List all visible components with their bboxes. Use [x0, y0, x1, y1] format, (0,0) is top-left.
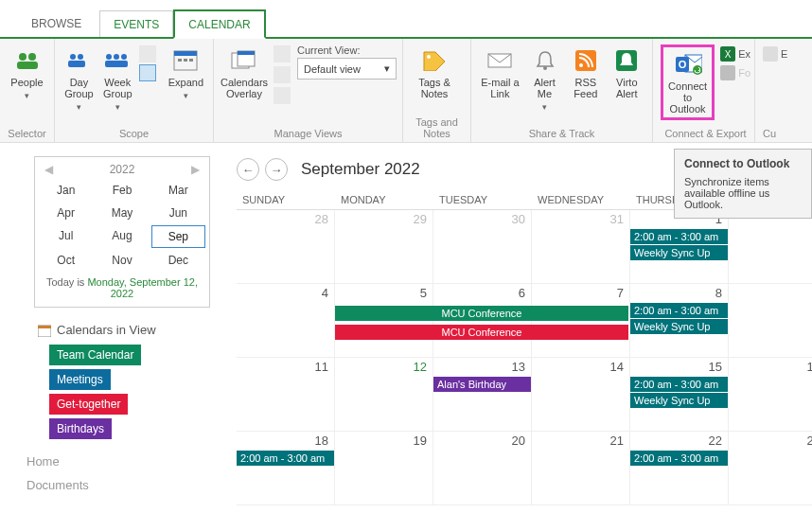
- scope-small-1[interactable]: [139, 45, 156, 62]
- calendar-cell[interactable]: 182:00 am - 3:00 am: [237, 432, 335, 505]
- calendar-cell[interactable]: 4: [237, 284, 335, 358]
- calendar-cell[interactable]: 152:00 am - 3:00 amWeekly Sync Up: [630, 358, 729, 432]
- tags-label: Tags & Notes: [413, 77, 456, 99]
- date-number: 15: [709, 360, 722, 374]
- event[interactable]: Weekly Sync Up: [630, 393, 728, 408]
- nav-documents[interactable]: Documents: [26, 478, 216, 492]
- alert-me-button[interactable]: Alert Me: [527, 44, 562, 115]
- calendar-chip[interactable]: Birthdays: [49, 418, 112, 439]
- mini-prev[interactable]: ◀: [44, 163, 53, 176]
- event[interactable]: Alan's Birthday: [433, 377, 531, 392]
- calendar-cell[interactable]: 28: [237, 210, 335, 284]
- current-view-select[interactable]: Default view ▾: [297, 58, 397, 80]
- overlay-icon: [230, 46, 258, 75]
- view-small-2[interactable]: [274, 66, 291, 83]
- week-group-button[interactable]: Week Group: [101, 44, 134, 115]
- scope-small-2[interactable]: [139, 64, 156, 81]
- tab-calendar[interactable]: CALENDAR: [173, 9, 265, 39]
- mini-month-sep[interactable]: Sep: [151, 225, 205, 248]
- date-number: 4: [322, 286, 328, 300]
- mini-month-nov[interactable]: Nov: [95, 250, 149, 271]
- calendar-cell[interactable]: 16: [729, 358, 812, 432]
- calendar-chip[interactable]: Team Calendar: [49, 345, 141, 365]
- email-link-button[interactable]: E-mail a Link: [479, 44, 521, 101]
- event[interactable]: Weekly Sync Up: [630, 319, 728, 334]
- event-span[interactable]: MCU Conference: [335, 306, 628, 321]
- calendar-cell[interactable]: 13Alan's Birthday: [433, 358, 532, 432]
- calendar-cell[interactable]: 222:00 am - 3:00 am: [630, 432, 729, 505]
- week-group-icon: [103, 46, 132, 75]
- calendar-cell[interactable]: 23: [729, 432, 812, 505]
- calendar-cell[interactable]: 21: [532, 432, 630, 505]
- calendar-cell[interactable]: 12:00 am - 3:00 amWeekly Sync Up: [630, 210, 729, 284]
- calendar-chip[interactable]: Get-together: [49, 394, 128, 415]
- calendar-cell[interactable]: 14: [532, 358, 630, 432]
- mini-month-dec[interactable]: Dec: [151, 250, 205, 271]
- tab-events[interactable]: EVENTS: [99, 10, 173, 37]
- mini-month-mar[interactable]: Mar: [151, 180, 205, 201]
- mini-month-aug[interactable]: Aug: [95, 225, 149, 248]
- month-prev[interactable]: ←: [237, 158, 259, 181]
- day-group-icon: [64, 46, 93, 75]
- calendar-cell[interactable]: 20: [433, 432, 532, 505]
- today-value: Monday, September 12, 2022: [87, 276, 198, 299]
- calendar-cell[interactable]: 12: [335, 358, 433, 432]
- svg-point-6: [106, 54, 112, 60]
- dow-header: TUESDAY: [433, 190, 532, 210]
- event[interactable]: 2:00 am - 3:00 am: [630, 229, 728, 244]
- calendar-cell[interactable]: 82:00 am - 3:00 amWeekly Sync Up: [630, 284, 729, 358]
- day-group-button[interactable]: Day Group: [62, 44, 96, 115]
- view-small-1[interactable]: [274, 45, 291, 62]
- event[interactable]: 2:00 am - 3:00 am: [630, 303, 728, 318]
- chevron-down-icon: [184, 88, 188, 101]
- view-small-3[interactable]: [274, 87, 291, 104]
- mini-month-apr[interactable]: Apr: [39, 203, 93, 223]
- mini-month-oct[interactable]: Oct: [39, 250, 93, 271]
- calendar-cell[interactable]: 2: [729, 210, 812, 284]
- calendar-cell[interactable]: 11: [237, 358, 335, 432]
- rss-feed-button[interactable]: RSS Feed: [568, 44, 603, 101]
- calendar-cell[interactable]: 19: [335, 432, 433, 505]
- expand-button[interactable]: Expand: [167, 44, 205, 103]
- mini-month-feb[interactable]: Feb: [95, 180, 149, 201]
- tooltip-line: available offline us: [684, 187, 802, 199]
- group-tags-title: Tags and Notes: [411, 116, 463, 139]
- event-span[interactable]: MCU Conference: [335, 325, 628, 340]
- rss-label: RSS Feed: [570, 77, 601, 99]
- people-button[interactable]: People: [8, 44, 46, 103]
- event[interactable]: 2:00 am - 3:00 am: [630, 451, 728, 466]
- people-dropdown-icon: [25, 88, 29, 101]
- event[interactable]: 2:00 am - 3:00 am: [630, 377, 728, 392]
- expand-label: Expand: [168, 77, 203, 88]
- mini-next[interactable]: ▶: [191, 163, 200, 176]
- calendar-cell[interactable]: 9: [729, 284, 812, 358]
- event[interactable]: 2:00 am - 3:00 am: [237, 451, 334, 466]
- calendar-cell[interactable]: 29: [335, 210, 433, 284]
- export-other-button[interactable]: Fo: [720, 65, 750, 80]
- calendar-cell[interactable]: 7: [532, 284, 630, 358]
- mini-month-jul[interactable]: Jul: [39, 225, 93, 248]
- date-number: 29: [414, 212, 427, 226]
- month-next[interactable]: →: [265, 158, 288, 181]
- rss-icon: [572, 46, 600, 75]
- tags-notes-button[interactable]: Tags & Notes: [411, 44, 458, 101]
- edit-button[interactable]: E: [763, 46, 787, 62]
- tooltip-line: Outlook.: [684, 199, 802, 210]
- connect-outlook-button[interactable]: O Connect to Outlook: [661, 44, 715, 120]
- tab-browse[interactable]: BROWSE: [17, 9, 96, 37]
- export-excel-button[interactable]: X Ex: [720, 46, 750, 62]
- calendar-chip[interactable]: Meetings: [49, 369, 111, 390]
- mini-month-may[interactable]: May: [95, 203, 149, 223]
- virto-alert-button[interactable]: Virto Alert: [609, 44, 644, 101]
- mini-month-jun[interactable]: Jun: [151, 203, 205, 223]
- event[interactable]: Weekly Sync Up: [630, 245, 728, 260]
- mini-month-jan[interactable]: Jan: [39, 180, 93, 201]
- calendars-overlay-button[interactable]: Calendars Overlay: [221, 44, 267, 101]
- calendar-cell[interactable]: 6: [433, 284, 532, 358]
- connect-outlook-tooltip: Connect to Outlook Synchronize items ava…: [674, 149, 812, 219]
- nav-home[interactable]: Home: [26, 454, 216, 469]
- calendar-cell[interactable]: 30: [433, 210, 532, 284]
- date-number: 16: [807, 360, 812, 374]
- calendar-cell[interactable]: 31: [532, 210, 630, 284]
- calendar-cell[interactable]: 5: [335, 284, 433, 358]
